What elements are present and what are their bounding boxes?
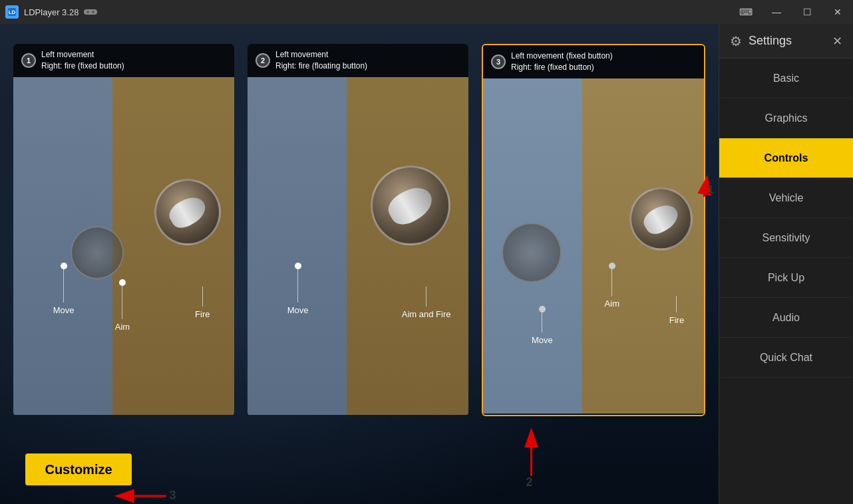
fire-line-3 bbox=[676, 296, 677, 313]
aim-label-3: Aim bbox=[605, 299, 619, 309]
sidebar-header: ⚙ Settings ✕ bbox=[719, 24, 853, 59]
card-right-2 bbox=[347, 77, 468, 415]
minimize-button[interactable]: — bbox=[761, 0, 792, 24]
customize-button[interactable]: Customize bbox=[25, 453, 132, 485]
aim-label-1: Aim bbox=[115, 322, 130, 332]
card-right-1 bbox=[112, 77, 234, 415]
card-right-3 bbox=[582, 78, 704, 414]
fire-label-1: Fire bbox=[195, 309, 210, 319]
main-layout: 1 Left movementRight: fire (fixed button… bbox=[0, 24, 853, 504]
close-button[interactable]: ✕ bbox=[822, 0, 853, 24]
control-card-2[interactable]: 2 Left movementRight: fire (floating but… bbox=[248, 44, 468, 416]
move-dot-3 bbox=[539, 306, 546, 313]
sidebar-item-graphics[interactable]: Graphics bbox=[719, 98, 853, 138]
aimfire-line-2 bbox=[426, 287, 426, 307]
move-label-3: Move bbox=[532, 335, 553, 345]
maximize-button[interactable]: ☐ bbox=[792, 0, 822, 24]
card-body-1: Move Aim Fire bbox=[13, 77, 234, 415]
control-card-1[interactable]: 1 Left movementRight: fire (fixed button… bbox=[13, 44, 234, 416]
fire-line-1 bbox=[202, 287, 203, 307]
sidebar-navigation: Basic Graphics Controls Vehicle Sensitiv… bbox=[719, 59, 853, 504]
aimfire-label-2: Aim and Fire bbox=[402, 309, 451, 319]
card-number-1: 1 bbox=[21, 53, 36, 68]
card-body-2: Move Aim and Fire bbox=[248, 77, 468, 415]
move-dot-1 bbox=[61, 263, 67, 269]
sidebar-item-audio[interactable]: Audio bbox=[719, 298, 853, 338]
card-header-2: 2 Left movementRight: fire (floating but… bbox=[248, 44, 468, 77]
move-line-1 bbox=[63, 269, 64, 303]
fire-btn-1 bbox=[154, 179, 221, 245]
window-controls: ⌨ — ☐ ✕ bbox=[731, 0, 853, 24]
card-number-2: 2 bbox=[256, 53, 270, 68]
fire-label-3: Fire bbox=[669, 315, 684, 325]
card-title-2: Left movementRight: fire (floating butto… bbox=[275, 49, 367, 72]
card-number-3: 3 bbox=[491, 55, 506, 69]
bullet-icon-2 bbox=[383, 181, 438, 230]
bullet-icon-3 bbox=[640, 200, 683, 239]
move-line-3 bbox=[542, 313, 542, 332]
card-title-3: Left movement (fixed button)Right: fire … bbox=[511, 51, 613, 73]
svg-text:LD: LD bbox=[9, 9, 16, 15]
card-header-1: 1 Left movementRight: fire (fixed button… bbox=[13, 44, 234, 77]
fire-btn-3 bbox=[629, 188, 693, 251]
sidebar-item-sensitivity[interactable]: Sensitivity bbox=[719, 218, 853, 258]
sidebar-item-basic[interactable]: Basic bbox=[719, 59, 853, 98]
control-card-3[interactable]: 3 Left movement (fixed button)Right: fir… bbox=[482, 44, 705, 416]
move-label-1: Move bbox=[53, 305, 75, 315]
aim-fire-btn-2 bbox=[371, 166, 450, 245]
app-title: LDPlayer 3.28 bbox=[24, 7, 79, 17]
app-logo: LD bbox=[5, 5, 19, 19]
move-line-2 bbox=[297, 269, 298, 303]
bullet-icon-1 bbox=[165, 191, 210, 232]
game-area: 1 Left movementRight: fire (fixed button… bbox=[0, 24, 719, 504]
move-label-2: Move bbox=[287, 305, 309, 315]
sidebar-item-pickup[interactable]: Pick Up bbox=[719, 258, 853, 298]
aim-line-1 bbox=[122, 286, 122, 319]
aim-dot-3 bbox=[609, 263, 615, 269]
card-left-2 bbox=[248, 77, 347, 415]
card-header-3: 3 Left movement (fixed button)Right: fir… bbox=[483, 45, 704, 78]
card-body-3: Move Aim Fire bbox=[483, 78, 704, 414]
svg-point-3 bbox=[86, 11, 89, 13]
title-bar: LD LDPlayer 3.28 ⌨ — ☐ ✕ bbox=[0, 0, 853, 24]
extra-control[interactable]: ⌨ bbox=[731, 0, 761, 24]
controls-container: 1 Left movementRight: fire (fixed button… bbox=[13, 44, 705, 416]
aim-circle-1 bbox=[71, 226, 124, 279]
aim-dot-1 bbox=[119, 279, 126, 286]
svg-rect-6 bbox=[90, 10, 91, 12]
sidebar: ⚙ Settings ✕ Basic Graphics Controls Veh… bbox=[719, 24, 853, 504]
settings-gear-icon: ⚙ bbox=[730, 33, 742, 49]
move-fixed-3 bbox=[502, 223, 562, 283]
sidebar-item-controls[interactable]: Controls bbox=[719, 138, 853, 178]
card-title-1: Left movementRight: fire (fixed button) bbox=[41, 49, 124, 72]
sidebar-item-quickchat[interactable]: Quick Chat bbox=[719, 338, 853, 378]
aim-line-3 bbox=[611, 269, 612, 296]
move-dot-2 bbox=[295, 263, 301, 269]
svg-point-4 bbox=[92, 11, 94, 13]
sidebar-item-vehicle[interactable]: Vehicle bbox=[719, 178, 853, 218]
controller-icon bbox=[84, 7, 97, 17]
sidebar-close-button[interactable]: ✕ bbox=[832, 34, 842, 49]
settings-title: Settings bbox=[749, 34, 792, 48]
